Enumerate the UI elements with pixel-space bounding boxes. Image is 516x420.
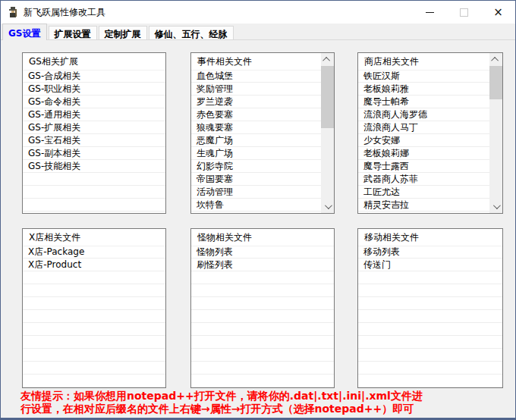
- close-icon: ×: [493, 7, 503, 18]
- list-empty-row: [191, 284, 334, 297]
- tab-gs-settings[interactable]: GS设置: [2, 24, 47, 40]
- list-item[interactable]: 活动管理: [191, 186, 321, 199]
- tab-custom-extension[interactable]: 定制扩展: [99, 26, 147, 39]
- list-item[interactable]: 幻影寺院: [191, 160, 321, 173]
- column-header[interactable]: X店相关文件: [23, 229, 165, 246]
- app-window: 新飞跃属性修改工具 × GS设置 扩展设置 定制扩展 修仙、五行、经脉 GS相关…: [0, 0, 516, 420]
- close-button[interactable]: ×: [481, 1, 515, 24]
- list-empty-row: [23, 186, 165, 199]
- list-empty-row: [191, 323, 334, 336]
- list-body: GS-合成相关GS-职业相关GS-命令相关GS-通用相关GS-扩展相关GS-宝石…: [23, 70, 165, 213]
- maximize-button: [447, 1, 481, 24]
- tab-extension-settings[interactable]: 扩展设置: [49, 26, 97, 39]
- list-item[interactable]: GS-扩展相关: [23, 121, 165, 134]
- list-empty-row: [23, 212, 165, 213]
- list-item[interactable]: 罗兰逆袭: [191, 96, 321, 108]
- list-empty-row: [358, 349, 502, 362]
- scroll-up-button[interactable]: [489, 53, 502, 66]
- list-item[interactable]: 狼魂要塞: [191, 121, 321, 134]
- list-empty-row: [358, 362, 502, 375]
- minimize-button[interactable]: [413, 1, 447, 24]
- scroll-up-button[interactable]: [321, 53, 334, 66]
- list-item[interactable]: X店-Package: [23, 246, 165, 259]
- tab-xiuxian-wuxing-jingmai[interactable]: 修仙、五行、经脉: [149, 26, 234, 39]
- list-item[interactable]: 铁匠汉斯: [358, 70, 489, 83]
- column-header[interactable]: 移动相关文件: [358, 229, 502, 246]
- list-item[interactable]: 帝国要塞: [191, 173, 321, 186]
- panel-gs-extensions: GS相关扩展 GS-合成相关GS-职业相关GS-命令相关GS-通用相关GS-扩展…: [22, 52, 166, 214]
- list-empty-row: [191, 349, 334, 362]
- chevron-up-icon: [491, 57, 499, 64]
- list-empty-row: [23, 173, 165, 186]
- list-item[interactable]: 魔导士露西: [358, 160, 489, 173]
- list-item[interactable]: 坎特鲁: [191, 199, 321, 212]
- list-empty-row: [191, 375, 334, 387]
- list-item[interactable]: 奖励管理: [191, 83, 321, 96]
- column-header[interactable]: 事件相关文件: [191, 53, 334, 71]
- scrollbar-track[interactable]: [489, 66, 502, 200]
- list-body: 血色城堡奖励管理罗兰逆袭赤色要塞狼魂要塞恶魔广场生魂广场幻影寺院帝国要塞活动管理…: [191, 70, 321, 213]
- scrollbar[interactable]: [489, 53, 502, 213]
- window-title: 新飞跃属性修改工具: [24, 6, 105, 19]
- list-item[interactable]: 武器商人苏菲: [358, 173, 489, 186]
- list-item[interactable]: GS-合成相关: [23, 70, 165, 83]
- list-empty-row: [23, 323, 165, 336]
- list-item[interactable]: GS-职业相关: [23, 83, 165, 96]
- list-item[interactable]: 恶魔广场: [191, 134, 321, 147]
- list-empty-row: [358, 323, 502, 336]
- list-item[interactable]: 商人阿菲斯: [358, 212, 489, 213]
- list-item[interactable]: GS-副本相关: [23, 147, 165, 160]
- list-item[interactable]: X店-Product: [23, 259, 165, 271]
- column-header[interactable]: 怪物相关文件: [191, 229, 334, 246]
- list-empty-row: [23, 297, 165, 310]
- chevron-up-icon: [322, 57, 330, 64]
- scroll-down-button[interactable]: [489, 200, 502, 213]
- list-item[interactable]: 传送门: [358, 259, 502, 271]
- list-item[interactable]: 老板娘莉娜: [358, 147, 489, 160]
- list-item[interactable]: 魔导士帕希: [358, 96, 489, 108]
- list-item[interactable]: 刷怪列表: [191, 259, 334, 271]
- list-item[interactable]: 流浪商人海罗德: [358, 108, 489, 121]
- list-empty-row: [23, 336, 165, 349]
- list-body: X店-PackageX店-Product: [23, 246, 165, 387]
- scrollbar-thumb[interactable]: [489, 66, 502, 99]
- column-header[interactable]: 商店相关文件: [358, 53, 502, 71]
- list-empty-row: [358, 310, 502, 323]
- list-item[interactable]: 少女安娜: [358, 134, 489, 147]
- list-empty-row: [23, 271, 165, 284]
- list-empty-row: [23, 362, 165, 375]
- scrollbar[interactable]: [321, 53, 334, 213]
- scrollbar-track[interactable]: [321, 66, 334, 200]
- list-item[interactable]: GS-宝石相关: [23, 134, 165, 147]
- list-item[interactable]: 生魂广场: [191, 147, 321, 160]
- hint-line-2: 行设置，在相对应后缀名的文件上右键→属性→打开方式（选择notepad++）即可: [20, 403, 515, 415]
- list-empty-row: [23, 310, 165, 323]
- minimize-icon: [426, 12, 434, 13]
- list-empty-row: [358, 297, 502, 310]
- list-item[interactable]: 老板娘莉雅: [358, 83, 489, 96]
- scrollbar-thumb[interactable]: [321, 66, 334, 128]
- list-item[interactable]: 血色城堡: [191, 70, 321, 83]
- title-bar[interactable]: 新飞跃属性修改工具 ×: [1, 1, 515, 24]
- column-header[interactable]: GS相关扩展: [23, 53, 165, 71]
- panel-move-files: 移动相关文件 移动列表传送门: [357, 228, 503, 388]
- list-item[interactable]: 移动列表: [358, 246, 502, 259]
- list-item[interactable]: GS-命令相关: [23, 96, 165, 108]
- list-item[interactable]: 赤色要塞: [191, 108, 321, 121]
- list-empty-row: [358, 375, 502, 387]
- hint-line-1: 友情提示：如果你想用notepad++打开文件，请将你的.dat|.txt|.i…: [20, 390, 515, 403]
- list-item[interactable]: GS-技能相关: [23, 160, 165, 173]
- list-item[interactable]: GS-通用相关: [23, 108, 165, 121]
- list-item[interactable]: 怪物列表: [191, 246, 334, 259]
- list-item[interactable]: 萨斯坦将: [191, 212, 321, 213]
- tab-bar: GS设置 扩展设置 定制扩展 修仙、五行、经脉: [1, 24, 515, 40]
- list-empty-row: [191, 310, 334, 323]
- list-item[interactable]: 流浪商人马丁: [358, 121, 489, 134]
- scroll-down-button[interactable]: [321, 200, 334, 213]
- window-controls: ×: [413, 1, 515, 24]
- window-bottom-border: [1, 418, 515, 419]
- list-item[interactable]: 工匠尤达: [358, 186, 489, 199]
- list-empty-row: [191, 271, 334, 284]
- list-item[interactable]: 精灵安吉拉: [358, 199, 489, 212]
- list-empty-row: [23, 375, 165, 387]
